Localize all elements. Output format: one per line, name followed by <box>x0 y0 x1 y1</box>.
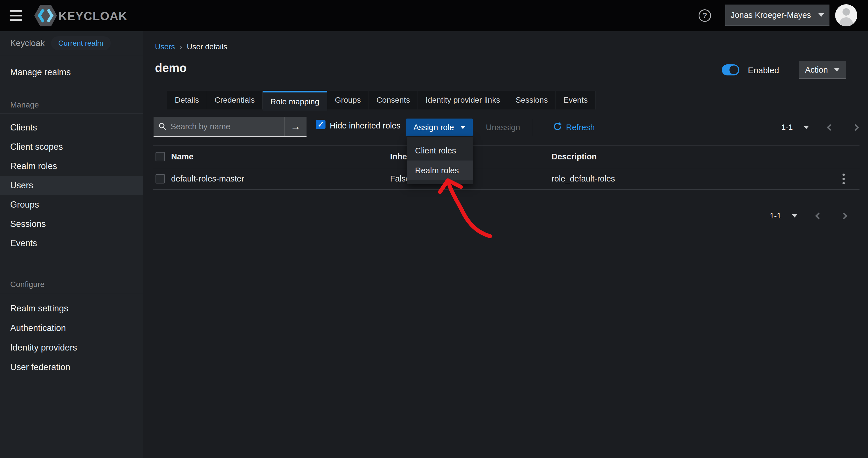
column-header-name: Name <box>171 145 193 168</box>
sidebar-section-configure: Configure <box>0 278 143 291</box>
role-name: default-roles-master <box>171 168 244 190</box>
sidebar-item-realm-roles[interactable]: Realm roles <box>0 156 143 176</box>
hamburger-menu-icon[interactable] <box>10 10 22 21</box>
previous-page-icon[interactable] <box>815 212 822 219</box>
sidebar-item-manage-realms[interactable]: Manage realms <box>0 61 143 84</box>
pagination-top: 1-1 <box>781 118 858 136</box>
row-actions-kebab-button[interactable] <box>841 172 846 186</box>
breadcrumb-separator-icon: › <box>180 42 182 52</box>
select-all-checkbox[interactable] <box>156 152 165 161</box>
tab-sessions[interactable]: Sessions <box>508 91 556 110</box>
sidebar-item-authentication[interactable]: Authentication <box>0 318 143 338</box>
table-header-row: Name Inherited Description <box>153 145 860 168</box>
search-submit-button[interactable]: → <box>284 117 307 136</box>
menu-item-client-roles[interactable]: Client roles <box>407 141 473 161</box>
chevron-down-icon <box>818 13 824 17</box>
realm-name: Keycloak <box>10 38 45 48</box>
tab-details[interactable]: Details <box>167 91 207 110</box>
chevron-down-icon <box>834 68 840 71</box>
search-group: → <box>154 117 307 137</box>
sidebar-section-manage: Manage <box>0 99 143 111</box>
sidebar-nav: Keycloak Current realm Manage realms Man… <box>0 31 143 458</box>
next-page-icon[interactable] <box>840 212 847 219</box>
breadcrumb-current: User details <box>187 42 227 51</box>
tab-consents[interactable]: Consents <box>369 91 418 110</box>
row-checkbox[interactable] <box>156 174 165 183</box>
next-page-icon[interactable] <box>852 124 859 131</box>
pagination-range-button[interactable]: 1-1 <box>781 123 809 132</box>
user-menu-button[interactable]: Jonas Kroeger-Mayes <box>725 4 830 26</box>
app-header: KEYCLOAK ? Jonas Kroeger-Mayes <box>0 0 868 31</box>
sidebar-item-user-federation[interactable]: User federation <box>0 357 143 377</box>
sidebar-item-realm-settings[interactable]: Realm settings <box>0 298 143 318</box>
search-icon <box>159 122 166 131</box>
table-row: default-roles-master False role_default-… <box>153 168 860 190</box>
role-description: role_default-roles <box>552 168 615 190</box>
sidebar-item-client-scopes[interactable]: Client scopes <box>0 137 143 156</box>
assign-role-button[interactable]: Assign role <box>406 118 473 136</box>
refresh-icon <box>553 122 562 133</box>
chevron-down-icon <box>460 126 465 129</box>
brand-name: KEYCLOAK <box>58 9 127 23</box>
sidebar-item-identity-providers[interactable]: Identity providers <box>0 338 143 357</box>
column-header-description: Description <box>552 145 597 168</box>
enabled-label: Enabled <box>748 65 779 75</box>
main-content: Users › User details demo Enabled Action… <box>143 31 868 458</box>
manage-nav-list: Clients Client scopes Realm roles Users … <box>0 118 143 253</box>
role-mapping-table: Name Inherited Description default-roles… <box>153 145 860 190</box>
assign-role-menu: Client roles Realm roles <box>407 137 473 184</box>
search-input[interactable] <box>170 122 284 131</box>
chevron-down-icon <box>803 126 809 129</box>
help-icon[interactable]: ? <box>699 9 711 22</box>
breadcrumb: Users › User details <box>155 42 227 52</box>
avatar-person-icon <box>842 8 850 16</box>
tab-credentials[interactable]: Credentials <box>207 91 263 110</box>
arrow-right-icon: → <box>291 120 301 133</box>
pagination-range-button[interactable]: 1-1 <box>770 211 798 220</box>
sidebar-item-users[interactable]: Users <box>0 176 143 195</box>
check-icon: ✓ <box>317 120 324 129</box>
divider <box>532 119 532 136</box>
keycloak-logo-icon <box>34 4 57 28</box>
sidebar-item-clients[interactable]: Clients <box>0 118 143 137</box>
user-name: Jonas Kroeger-Mayes <box>731 10 811 20</box>
hide-inherited-roles-checkbox[interactable]: ✓ <box>316 120 326 129</box>
sidebar-item-sessions[interactable]: Sessions <box>0 214 143 234</box>
tab-events[interactable]: Events <box>556 91 596 110</box>
tab-role-mapping[interactable]: Role mapping <box>262 91 327 111</box>
tab-identity-provider-links[interactable]: Identity provider links <box>418 91 508 110</box>
tab-groups[interactable]: Groups <box>327 91 369 110</box>
realm-selector[interactable]: Keycloak Current realm <box>0 31 143 55</box>
refresh-button[interactable]: Refresh <box>553 118 595 136</box>
unassign-button[interactable]: Unassign <box>486 118 520 136</box>
breadcrumb-users-link[interactable]: Users <box>155 42 175 51</box>
hide-inherited-roles-label: Hide inherited roles <box>330 117 401 135</box>
sidebar-item-events[interactable]: Events <box>0 234 143 253</box>
pagination-bottom: 1-1 <box>770 207 846 225</box>
previous-page-icon[interactable] <box>827 124 834 131</box>
action-dropdown-button[interactable]: Action <box>799 61 846 79</box>
user-detail-tabs: Details Credentials Role mapping Groups … <box>167 91 595 111</box>
configure-nav-list: Realm settings Authentication Identity p… <box>0 298 143 377</box>
page-title: demo <box>155 61 187 75</box>
enabled-toggle[interactable] <box>722 64 739 76</box>
user-avatar[interactable] <box>835 4 857 26</box>
current-realm-badge: Current realm <box>51 36 111 50</box>
sidebar-item-groups[interactable]: Groups <box>0 195 143 214</box>
chevron-down-icon <box>792 214 798 218</box>
keycloak-logo[interactable]: KEYCLOAK <box>34 4 127 28</box>
menu-item-realm-roles[interactable]: Realm roles <box>407 161 473 180</box>
divider <box>0 113 143 114</box>
